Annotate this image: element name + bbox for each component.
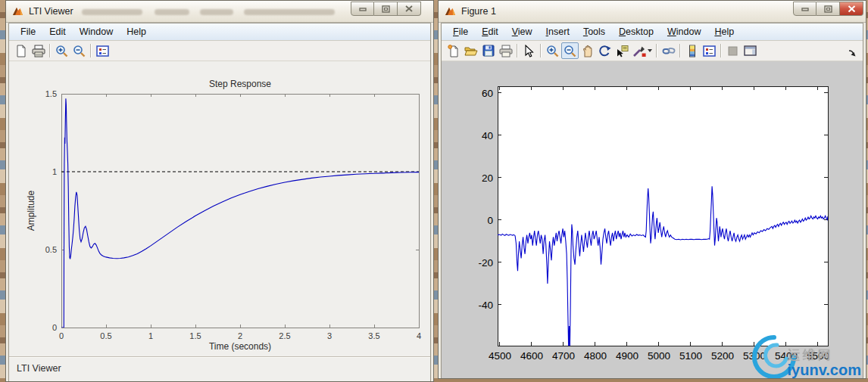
y-tick-label: 40 [482, 130, 493, 141]
data-cursor-button[interactable] [614, 42, 631, 59]
new-document-button[interactable] [12, 42, 30, 59]
toolbar-separator [720, 44, 722, 57]
menu-item-file[interactable]: File [14, 25, 42, 39]
matlab-icon [12, 5, 24, 17]
hide-plot-tools-button[interactable] [724, 42, 742, 59]
close-button[interactable] [840, 2, 863, 16]
x-tick-label: 3 [327, 331, 332, 340]
menu-item-edit[interactable]: Edit [475, 25, 505, 39]
figure1-titlebar[interactable]: Figure 1 [439, 1, 866, 23]
close-button[interactable] [398, 2, 421, 16]
window-title: LTI Viewer [29, 6, 73, 17]
axes-box [61, 94, 419, 328]
toolbar-separator [540, 44, 542, 57]
legend-icon-button[interactable] [94, 42, 111, 59]
watermark-site-text: iyunv.com [788, 362, 861, 378]
menu-item-insert[interactable]: Insert [539, 25, 576, 39]
y-tick-label: 1 [52, 167, 57, 176]
lti-toolbar [9, 41, 430, 61]
print-button[interactable] [497, 42, 514, 59]
x-tick-label: 5200 [711, 350, 734, 362]
menu-item-window[interactable]: Window [73, 25, 120, 39]
menu-item-view[interactable]: View [505, 25, 539, 39]
menu-item-help[interactable]: Help [707, 25, 741, 39]
titlebar-ghost-text [244, 9, 335, 15]
y-tick-label: 20 [482, 172, 493, 184]
x-axis-label: Time (seconds) [209, 341, 271, 352]
titlebar-ghost-text [155, 9, 189, 15]
menu-item-edit[interactable]: Edit [42, 25, 73, 39]
dock-figure-arrow-icon[interactable] [848, 49, 857, 57]
minimize-button[interactable] [351, 2, 374, 16]
x-tick-label: 4500 [489, 350, 511, 362]
link-plot-button[interactable] [660, 42, 677, 59]
pan-tool-button[interactable] [579, 42, 596, 59]
y-tick-label: -20 [478, 257, 493, 269]
axes-box [498, 86, 828, 346]
figure1-plot: 4500460047004800490050005100520053005400… [442, 61, 863, 377]
menu-item-help[interactable]: Help [120, 25, 153, 39]
x-tick-label: 3.5 [368, 331, 379, 340]
x-tick-label: 4900 [616, 350, 639, 362]
maximize-button[interactable] [374, 2, 398, 16]
brush-dropdown-caret[interactable] [648, 49, 652, 52]
x-tick-label: 2.5 [279, 331, 290, 340]
menu-item-file[interactable]: File [446, 25, 475, 39]
titlebar-ghost-text [82, 9, 142, 15]
x-tick-label: 4 [417, 331, 421, 340]
x-tick-label: 1 [148, 331, 153, 340]
x-tick-label: 5100 [679, 350, 702, 362]
y-tick-label: 1.5 [45, 89, 57, 98]
toolbar-separator [49, 44, 51, 57]
x-tick-label: 5000 [648, 350, 670, 362]
x-tick-label: 0.5 [100, 331, 111, 340]
lti-viewer-window: LTI Viewer FileEditWindowHelp [5, 0, 434, 382]
lti-titlebar[interactable]: LTI Viewer [6, 1, 433, 23]
menu-item-window[interactable]: Window [660, 25, 707, 39]
y-axis-label: Amplitude [26, 191, 36, 231]
y-tick-label: 60 [482, 88, 493, 99]
lti-menubar: FileEditWindowHelp [9, 23, 430, 41]
y-tick-label: 0.5 [45, 245, 57, 254]
x-tick-label: 4800 [584, 350, 607, 362]
x-tick-label: 4700 [552, 350, 575, 362]
figure1-window: Figure 1 FileEditViewInsertToolsDesktopW… [438, 0, 866, 379]
new-figure-button[interactable] [445, 42, 462, 59]
lti-statusbar: LTI Viewer [9, 356, 430, 381]
watermark: 运维网 iyunv.com [751, 334, 861, 378]
menu-item-tools[interactable]: Tools [576, 25, 612, 39]
maximize-button[interactable] [816, 2, 840, 16]
x-tick-label: 0 [59, 331, 64, 340]
menu-item-desktop[interactable]: Desktop [612, 25, 660, 39]
zoom-out-tool-button[interactable] [561, 42, 579, 59]
x-tick-label: 2 [238, 331, 242, 340]
rotate-3d-button[interactable] [596, 42, 614, 59]
zoom-in-tool-button[interactable] [544, 42, 561, 59]
x-tick-label: 1.5 [189, 331, 201, 340]
toolbar-separator [90, 44, 92, 57]
insert-colorbar-button[interactable] [683, 42, 701, 59]
zoom-in-button[interactable] [53, 42, 70, 59]
y-tick-label: 0 [52, 323, 57, 332]
matlab-icon [445, 5, 457, 17]
zoom-out-button[interactable] [70, 42, 88, 59]
y-tick-label: 0 [487, 215, 493, 226]
titlebar-ghost-text [200, 9, 233, 15]
toolbar-separator [517, 44, 518, 57]
save-button[interactable] [479, 42, 497, 59]
minimize-button[interactable] [793, 2, 816, 16]
figure1-toolbar [442, 41, 863, 61]
print-button[interactable] [30, 42, 47, 59]
insert-legend-button[interactable] [701, 42, 718, 59]
figure1-menubar: FileEditViewInsertToolsDesktopWindowHelp [442, 23, 863, 41]
open-file-button[interactable] [462, 42, 479, 59]
step-response-plot: 00.511.522.533.5400.511.5Step ResponseTi… [9, 61, 431, 356]
toolbar-separator [679, 44, 681, 57]
window-title: Figure 1 [461, 6, 496, 17]
show-plot-tools-dock-button[interactable] [742, 42, 759, 59]
pointer-tool-button[interactable] [520, 42, 538, 59]
brush-tool-button[interactable] [631, 42, 654, 59]
y-tick-label: -40 [478, 300, 493, 311]
watermark-cn-text: 运维网 [788, 349, 861, 362]
x-tick-label: 4600 [520, 350, 543, 362]
